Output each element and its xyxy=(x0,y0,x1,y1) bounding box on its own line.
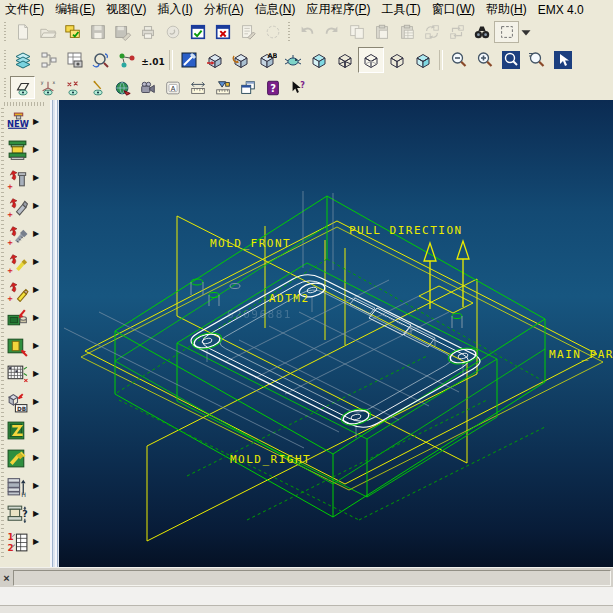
measure-offset-button[interactable] xyxy=(210,76,235,99)
zoom-out-button[interactable] xyxy=(446,47,472,73)
zoom-refit-button[interactable] xyxy=(524,47,550,73)
emx-new-project-flyout-arrow[interactable]: ▶ xyxy=(33,118,39,126)
zoom-in-button[interactable] xyxy=(472,47,498,73)
viewport-scrollbar[interactable] xyxy=(50,100,59,567)
menu-tools[interactable]: 工具(T) xyxy=(380,1,421,18)
emx-open-button[interactable] xyxy=(60,21,85,43)
display-nohidden-button[interactable] xyxy=(384,47,410,73)
annotate-component-button[interactable]: AB xyxy=(254,47,280,73)
pull-direction-label[interactable]: PULL DIRECTION xyxy=(349,224,463,237)
view-search-button[interactable] xyxy=(88,47,114,73)
print-button[interactable] xyxy=(135,21,160,43)
datum-points-button[interactable] xyxy=(60,76,85,99)
emx-create-pocket-flyout-arrow[interactable]: ▶ xyxy=(33,342,39,350)
menu-applications[interactable]: 应用程序(P) xyxy=(305,1,371,18)
save-backup-button[interactable] xyxy=(110,21,135,43)
layers-button[interactable] xyxy=(10,47,36,73)
fly-through-button[interactable] xyxy=(280,47,306,73)
sidebar-item-emx-new-project[interactable]: NEW▶ xyxy=(0,108,50,136)
undo-button[interactable] xyxy=(294,21,319,43)
menu-help[interactable]: 帮助(H) xyxy=(485,1,528,18)
keyboard-shortcut-button[interactable]: A xyxy=(160,76,185,99)
move-component-button[interactable] xyxy=(228,47,254,73)
graphics-viewport[interactable]: MOLD_FRONT PULL DIRECTION ADTM2 MAIN_PAR… xyxy=(59,100,613,567)
display-hiddenline-button[interactable] xyxy=(358,47,384,73)
datum-planes-group[interactable] xyxy=(81,216,603,541)
selection-filter-arrow-button[interactable] xyxy=(519,21,532,43)
view-manager-button[interactable] xyxy=(550,47,576,73)
edit-properties-button[interactable] xyxy=(235,21,260,43)
sidebar-gripper[interactable] xyxy=(4,102,44,106)
main-parting-plane[interactable] xyxy=(85,221,597,484)
menu-analysis[interactable]: 分析(A) xyxy=(203,1,245,18)
menu-insert[interactable]: 插入(I) xyxy=(156,1,193,18)
paste-button[interactable] xyxy=(369,21,394,43)
assemble-component-button[interactable] xyxy=(202,47,228,73)
emx-add-screw-flyout-arrow[interactable]: ▶ xyxy=(33,230,39,238)
sidebar-item-emx-add-screw[interactable]: +▶ xyxy=(0,220,50,248)
ejector-pins[interactable] xyxy=(191,279,479,427)
tolerance-button[interactable]: ±.01 xyxy=(140,47,166,73)
mold-right-label[interactable]: MOLD_RIGHT xyxy=(230,453,311,466)
paste-special-button[interactable] xyxy=(394,21,419,43)
menu-edit[interactable]: 编辑(E) xyxy=(54,1,96,18)
toolbar-gripper[interactable] xyxy=(3,22,8,42)
context-help-button[interactable]: ? xyxy=(285,76,310,99)
datum-axes-button[interactable]: yx xyxy=(35,76,60,99)
emx-plate-height-flyout-arrow[interactable]: ▶ xyxy=(33,482,39,490)
emx-component-db-flyout-arrow[interactable]: ▶ xyxy=(33,398,39,406)
web-browser-button[interactable] xyxy=(110,76,135,99)
emx-pattern-flyout-arrow[interactable]: ▶ xyxy=(33,370,39,378)
sidebar-item-emx-add-dowel[interactable]: +▶ xyxy=(0,248,50,276)
toolbar-gripper[interactable] xyxy=(3,78,8,98)
emx-slider-flyout-arrow[interactable]: ▶ xyxy=(33,454,39,462)
measure-button[interactable] xyxy=(185,76,210,99)
toolbar-gripper[interactable] xyxy=(3,50,8,70)
emx-add-dowel-flyout-arrow[interactable]: ▶ xyxy=(33,258,39,266)
sidebar-item-emx-ejector-pin[interactable]: ▶ xyxy=(0,416,50,444)
selection-filter-button[interactable] xyxy=(494,21,519,43)
sidebar-item-emx-pattern[interactable]: ▶ xyxy=(0,360,50,388)
datum-csys-button[interactable] xyxy=(85,76,110,99)
select-special-button[interactable] xyxy=(260,21,285,43)
view-camera-button[interactable] xyxy=(135,76,160,99)
emx-moldbase-info-flyout-arrow[interactable]: ▶ xyxy=(33,510,39,518)
search-button[interactable] xyxy=(469,21,494,43)
viewport-canvas[interactable]: MOLD_FRONT PULL DIRECTION ADTM2 MAIN_PAR… xyxy=(59,100,613,567)
open-file-button[interactable] xyxy=(35,21,60,43)
emx-add-equipment-flyout-arrow[interactable]: ▶ xyxy=(33,174,39,182)
sidebar-item-emx-moldbase[interactable]: ▶ xyxy=(0,136,50,164)
main-part-label[interactable]: MAIN_PART xyxy=(549,348,613,361)
emx-place-component-flyout-arrow[interactable]: ▶ xyxy=(33,314,39,322)
emx-moldbase-flyout-arrow[interactable]: ▶ xyxy=(33,146,39,154)
activate-window-button[interactable] xyxy=(235,76,260,99)
sidebar-item-emx-place-component[interactable]: ▶ xyxy=(0,304,50,332)
emx-add-insert-flyout-arrow[interactable]: ▶ xyxy=(33,202,39,210)
message-area-close-button[interactable]: × xyxy=(0,572,13,584)
sidebar-item-emx-create-pocket[interactable]: ▶ xyxy=(0,332,50,360)
display-shaded-edges-button[interactable] xyxy=(410,47,436,73)
sidebar-item-emx-plate-height[interactable]: H▶ xyxy=(0,472,50,500)
sidebar-item-emx-component-db[interactable]: DB▶ xyxy=(0,388,50,416)
redo-button[interactable] xyxy=(319,21,344,43)
display-wireframe-button[interactable] xyxy=(332,47,358,73)
emx-bom-flyout-arrow[interactable]: ▶ xyxy=(33,538,39,546)
menu-info[interactable]: 信息(N) xyxy=(254,1,297,18)
menu-window[interactable]: 窗口(W) xyxy=(431,1,476,18)
zoom-window-button[interactable] xyxy=(498,47,524,73)
save-button[interactable] xyxy=(85,21,110,43)
sidebar-item-emx-add-tool[interactable]: +▶ xyxy=(0,276,50,304)
new-file-button[interactable] xyxy=(10,21,35,43)
model-tree-button[interactable] xyxy=(36,47,62,73)
regenerate-button[interactable] xyxy=(419,21,444,43)
window-close-button[interactable] xyxy=(210,21,235,43)
menu-file[interactable]: 文件(F) xyxy=(4,1,45,18)
menu-emx[interactable]: EMX 4.0 xyxy=(537,3,585,17)
window-accept-button[interactable] xyxy=(185,21,210,43)
menu-view[interactable]: 视图(V) xyxy=(105,1,147,18)
regenerate-screen-button[interactable] xyxy=(444,21,469,43)
adtm2-label[interactable]: ADTM2 xyxy=(269,292,310,305)
copy-button[interactable] xyxy=(344,21,369,43)
toolbar-gripper[interactable] xyxy=(287,22,292,42)
sidebar-item-emx-add-equipment[interactable]: +▶ xyxy=(0,164,50,192)
